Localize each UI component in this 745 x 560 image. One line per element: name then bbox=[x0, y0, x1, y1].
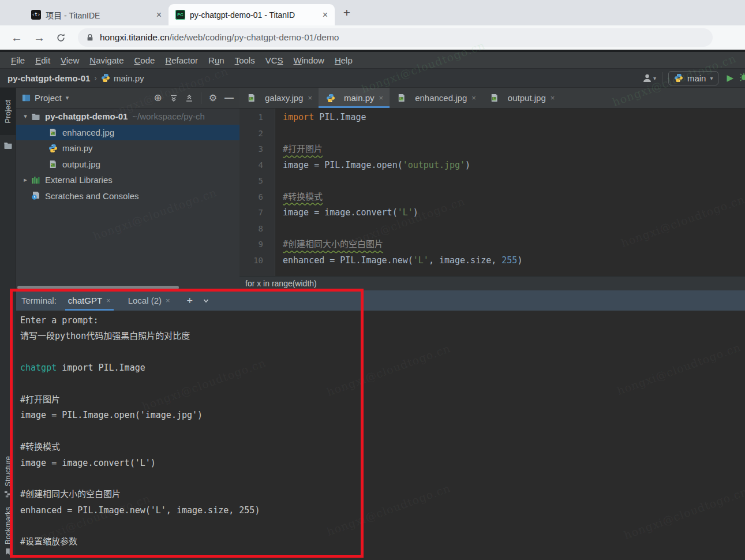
menu-item-navigate[interactable]: Navigate bbox=[84, 54, 129, 67]
menu-item-code[interactable]: Code bbox=[129, 54, 160, 67]
url-path: /ide/web/coding/py-chatgpt-demo-01/demo bbox=[170, 32, 339, 42]
expand-all-icon[interactable] bbox=[170, 94, 178, 102]
code-token: ) bbox=[465, 160, 470, 170]
browser-window: ‹t›项目 - TitanIDE×PCpy-chatgpt-demo-01 - … bbox=[0, 0, 745, 560]
terminal-output[interactable]: Enter a prompt:请写一段python代码加强黑白照片的对比度cha… bbox=[16, 311, 745, 560]
terminal-line bbox=[20, 518, 745, 534]
menu-item-vcs[interactable]: VCS bbox=[260, 54, 289, 67]
run-config-select[interactable]: main ▾ bbox=[668, 71, 719, 85]
python-icon bbox=[674, 73, 683, 83]
code-editor[interactable]: 12345678910 import PIL.Image#打开图片image =… bbox=[239, 109, 745, 276]
hide-panel-icon[interactable]: — bbox=[224, 94, 234, 103]
forward-icon[interactable]: → bbox=[33, 32, 45, 43]
bug-icon bbox=[739, 72, 745, 81]
code-token: #转换模式 bbox=[283, 192, 323, 202]
folder-icon[interactable] bbox=[0, 141, 16, 150]
locate-icon[interactable]: ⊕ bbox=[154, 93, 162, 103]
tree-item[interactable]: output.jpg bbox=[16, 156, 239, 173]
project-panel-dropdown[interactable]: Project ▾ bbox=[22, 93, 69, 103]
line-number: 2 bbox=[239, 126, 263, 142]
project-panel-title: Project bbox=[35, 93, 62, 103]
editor-tab-label: galaxy.jpg bbox=[265, 93, 303, 103]
project-tree: ▾py-chatgpt-demo-01~/workspace/py-chenha… bbox=[16, 109, 239, 290]
terminal-tab-label: Local (2) bbox=[128, 296, 162, 305]
terminal-token: image = image.convert('L') bbox=[20, 458, 156, 468]
horizontal-scrollbar-thumb[interactable] bbox=[17, 286, 179, 289]
editor-tab-galaxy-jpg[interactable]: galaxy.jpg× bbox=[239, 88, 319, 108]
pycharm-favicon: PC bbox=[175, 10, 185, 20]
new-tab-button[interactable]: + bbox=[338, 4, 355, 21]
tree-item[interactable]: ▸External Libraries bbox=[16, 172, 239, 188]
tree-item-label: Scratches and Consoles bbox=[45, 191, 139, 201]
menu-item-help[interactable]: Help bbox=[330, 54, 358, 67]
image-file-icon bbox=[490, 93, 500, 103]
menu-item-refactor[interactable]: Refactor bbox=[160, 54, 203, 67]
back-icon[interactable]: ← bbox=[11, 32, 23, 43]
tree-item[interactable]: main.py bbox=[16, 140, 239, 156]
chevron-down-icon[interactable] bbox=[203, 297, 209, 304]
tree-item-label: py-chatgpt-demo-01 bbox=[45, 111, 128, 121]
settings-gear-icon[interactable]: ⚙ bbox=[209, 94, 217, 103]
code-line bbox=[283, 126, 522, 142]
terminal-token: image = PIL.Image.open('image.jpg') bbox=[20, 410, 203, 420]
menu-item-edit[interactable]: Edit bbox=[30, 54, 55, 67]
terminal-token: #设置缩放参数 bbox=[20, 536, 77, 547]
line-number: 9 bbox=[239, 237, 263, 253]
user-menu-button[interactable]: ▾ bbox=[642, 73, 656, 83]
menu-item-view[interactable]: View bbox=[55, 54, 84, 67]
debug-button[interactable] bbox=[739, 72, 745, 84]
code-line: image = PIL.Image.open('output.jpg') bbox=[283, 158, 522, 174]
line-number: 5 bbox=[239, 173, 263, 189]
menu-item-window[interactable]: Window bbox=[289, 54, 330, 67]
run-button[interactable]: ▶ bbox=[727, 73, 733, 83]
close-tab-icon[interactable]: × bbox=[551, 94, 555, 102]
run-config-label: main bbox=[687, 73, 706, 83]
sticky-scope-text: for x in range(width) bbox=[245, 279, 317, 288]
menu-item-run[interactable]: Run bbox=[203, 54, 230, 67]
terminal-line: #创建相同大小的空白图片 bbox=[20, 487, 745, 502]
menu-item-tools[interactable]: Tools bbox=[230, 54, 260, 67]
code-line bbox=[283, 173, 522, 189]
collapse-all-icon[interactable] bbox=[185, 94, 193, 102]
tree-item-label: main.py bbox=[62, 143, 93, 153]
breadcrumb-project[interactable]: py-chatgpt-demo-01 bbox=[8, 73, 90, 83]
terminal-tab-chatGPT[interactable]: chatGPT× bbox=[64, 290, 115, 311]
new-terminal-icon[interactable]: + bbox=[187, 296, 193, 306]
editor-tab-output-jpg[interactable]: output.jpg× bbox=[482, 88, 561, 108]
stripe-button-project[interactable]: Project bbox=[0, 88, 16, 135]
terminal-tab-label: chatGPT bbox=[68, 296, 102, 305]
close-tab-icon[interactable]: × bbox=[321, 10, 329, 20]
editor-tab-main-py[interactable]: main.py× bbox=[319, 88, 390, 108]
code-token: image = PIL.Image.open( bbox=[283, 160, 403, 170]
chevron-down-icon: ▾ bbox=[710, 75, 713, 81]
close-tab-icon[interactable]: × bbox=[471, 94, 476, 102]
editor-tab-enhanced-jpg[interactable]: enhanced.jpg× bbox=[390, 88, 482, 108]
close-terminal-tab-icon[interactable]: × bbox=[106, 296, 111, 305]
terminal-line: #设置缩放参数 bbox=[20, 534, 745, 550]
reload-icon[interactable] bbox=[56, 33, 66, 43]
chevron-right-icon[interactable]: ▸ bbox=[21, 176, 30, 184]
terminal-token: enhanced = PIL.Image.new('L', image.size… bbox=[20, 505, 260, 516]
code-token: 255 bbox=[501, 255, 517, 266]
line-number: 6 bbox=[239, 189, 263, 206]
stripe-button-structure[interactable]: Structure bbox=[3, 456, 12, 498]
terminal-line: chatgpt import PIL.Image bbox=[20, 360, 745, 376]
url-omnibox[interactable]: hongxi.titanide.cn/ide/web/coding/py-cha… bbox=[78, 28, 713, 47]
tree-item[interactable]: enhanced.jpg bbox=[16, 125, 239, 141]
breadcrumb-file[interactable]: main.py bbox=[114, 73, 144, 83]
close-tab-icon[interactable]: × bbox=[155, 10, 163, 20]
browser-tab[interactable]: ‹t›项目 - TitanIDE× bbox=[24, 4, 169, 25]
browser-tab[interactable]: PCpy-chatgpt-demo-01 - TitanID× bbox=[169, 4, 335, 25]
code-token: PIL.Image bbox=[314, 112, 366, 122]
close-tab-icon[interactable]: × bbox=[308, 94, 312, 102]
close-terminal-tab-icon[interactable]: × bbox=[166, 296, 170, 305]
tree-item[interactable]: Scratches and Consoles bbox=[16, 188, 239, 204]
browser-address-bar: ← → hongxi.titanide.cn/ide/web/coding/py… bbox=[0, 25, 745, 50]
menu-item-file[interactable]: File bbox=[6, 54, 30, 67]
terminal-tab-Local--2-[interactable]: Local (2)× bbox=[124, 290, 174, 311]
close-tab-icon[interactable]: × bbox=[379, 94, 384, 102]
editor-code: import PIL.Image#打开图片image = PIL.Image.o… bbox=[275, 109, 522, 276]
stripe-button-bookmarks[interactable]: Bookmarks bbox=[3, 507, 12, 555]
chevron-down-icon[interactable]: ▾ bbox=[21, 113, 30, 120]
tree-item[interactable]: ▾py-chatgpt-demo-01~/workspace/py-ch bbox=[16, 109, 239, 125]
